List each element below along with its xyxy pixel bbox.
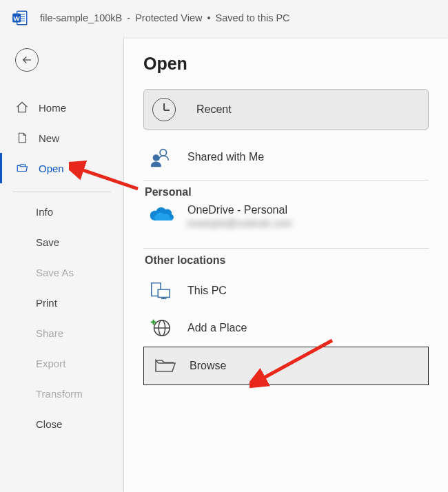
- home-icon: [15, 101, 29, 114]
- open-location-add-place[interactable]: Add a Place: [143, 309, 429, 347]
- panel-heading: Open: [143, 54, 429, 74]
- sidebar-label-new: New: [39, 132, 59, 144]
- divider: [143, 180, 429, 181]
- onedrive-name: OneDrive - Personal: [187, 204, 292, 216]
- sidebar-item-info[interactable]: Info: [0, 196, 123, 227]
- titlebar-filename: file-sample_100kB: [40, 12, 122, 23]
- browse-label: Browse: [190, 360, 226, 372]
- sidebar-item-export: Export: [0, 348, 123, 378]
- open-location-shared[interactable]: Shared with Me: [143, 139, 429, 176]
- svg-rect-11: [158, 289, 170, 297]
- titlebar: W file-sample_100kB - Protected View • S…: [0, 0, 448, 36]
- sidebar-item-home[interactable]: Home: [0, 92, 123, 123]
- backstage-sidebar: Home New Open Info Save Save As Print Sh…: [0, 36, 124, 492]
- back-button[interactable]: [15, 48, 39, 72]
- onedrive-cloud-icon: [147, 204, 175, 225]
- sidebar-label-open: Open: [39, 163, 64, 174]
- open-panel: Open Recent Shared with Me Personal: [124, 39, 448, 492]
- sidebar-item-save[interactable]: Save: [0, 227, 123, 257]
- open-location-recent[interactable]: Recent: [143, 89, 429, 130]
- section-header-personal: Personal: [145, 186, 429, 198]
- onedrive-email: example@outlook.com: [187, 218, 292, 229]
- sidebar-item-open[interactable]: Open: [0, 153, 123, 183]
- svg-text:W: W: [14, 14, 21, 22]
- document-icon: [15, 131, 29, 145]
- clock-icon: [152, 98, 176, 121]
- add-place-icon: [149, 318, 172, 338]
- section-header-other: Other locations: [145, 254, 429, 267]
- sidebar-item-print[interactable]: Print: [0, 287, 123, 318]
- sidebar-item-share: Share: [0, 318, 123, 348]
- svg-point-8: [160, 150, 166, 156]
- recent-label: Recent: [196, 103, 232, 116]
- sidebar-item-transform: Transform: [0, 378, 123, 409]
- word-app-icon: W: [11, 9, 29, 27]
- titlebar-status-saved: Saved to this PC: [216, 12, 290, 23]
- this-pc-icon: [149, 280, 172, 301]
- shared-people-icon: [149, 147, 172, 167]
- sidebar-item-new[interactable]: New: [0, 123, 123, 153]
- sidebar-label-home: Home: [39, 102, 66, 114]
- add-place-label: Add a Place: [187, 322, 247, 334]
- shared-label: Shared with Me: [187, 151, 264, 163]
- sidebar-item-close[interactable]: Close: [0, 409, 123, 439]
- titlebar-status-protected: Protected View: [135, 12, 202, 23]
- divider: [143, 248, 429, 249]
- open-location-browse[interactable]: Browse: [143, 347, 429, 385]
- folder-open-icon: [15, 162, 29, 174]
- sidebar-item-save-as: Save As: [0, 257, 123, 287]
- open-location-onedrive[interactable]: OneDrive - Personal example@outlook.com: [143, 204, 429, 244]
- sidebar-divider: [12, 192, 111, 192]
- open-location-this-pc[interactable]: This PC: [143, 272, 429, 309]
- titlebar-text: file-sample_100kB - Protected View • Sav…: [40, 12, 290, 23]
- browse-folder-icon: [154, 356, 176, 376]
- this-pc-label: This PC: [187, 285, 227, 297]
